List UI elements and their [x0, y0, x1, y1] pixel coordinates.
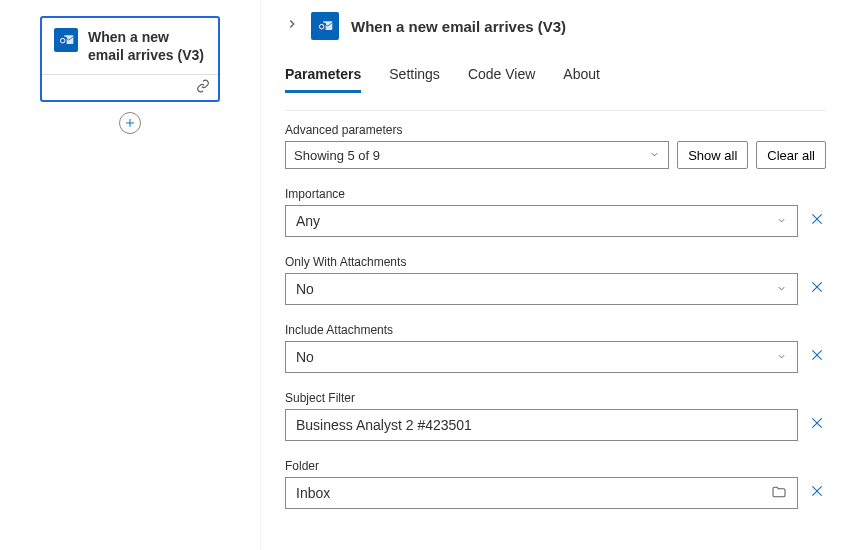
add-step-button[interactable] [119, 112, 141, 134]
clear-all-button[interactable]: Clear all [756, 141, 826, 169]
collapse-chevron-icon[interactable] [285, 17, 299, 35]
show-all-button[interactable]: Show all [677, 141, 748, 169]
subject-filter-input-wrapper [285, 409, 798, 441]
link-icon[interactable] [196, 79, 210, 96]
workflow-canvas: When a new email arrives (V3) [0, 0, 260, 550]
include-attachments-value: No [296, 349, 314, 365]
importance-value: Any [296, 213, 320, 229]
chevron-down-icon [649, 149, 660, 162]
advanced-parameters-label: Advanced parameters [285, 123, 826, 137]
only-attachments-dropdown[interactable]: No [285, 273, 798, 305]
tab-settings[interactable]: Settings [389, 58, 440, 93]
tab-about[interactable]: About [563, 58, 600, 93]
chevron-down-icon [776, 283, 787, 296]
folder-picker[interactable]: Inbox [285, 477, 798, 509]
only-attachments-label: Only With Attachments [285, 255, 826, 269]
folder-icon [771, 484, 787, 503]
svg-rect-6 [318, 23, 326, 31]
svg-rect-1 [59, 37, 67, 45]
advanced-parameters-summary: Showing 5 of 9 [294, 148, 380, 163]
subject-filter-input[interactable] [296, 417, 787, 433]
folder-label: Folder [285, 459, 826, 473]
tab-parameters[interactable]: Parameters [285, 58, 361, 93]
include-attachments-label: Include Attachments [285, 323, 826, 337]
tab-codeview[interactable]: Code View [468, 58, 535, 93]
importance-label: Importance [285, 187, 826, 201]
remove-only-attachments-button[interactable] [808, 279, 826, 300]
importance-dropdown[interactable]: Any [285, 205, 798, 237]
chevron-down-icon [776, 215, 787, 228]
trigger-title: When a new email arrives (V3) [88, 28, 206, 64]
tab-bar: Parameters Settings Code View About [285, 58, 826, 94]
folder-value: Inbox [296, 485, 330, 501]
chevron-down-icon [776, 351, 787, 364]
details-panel: When a new email arrives (V3) Parameters… [260, 0, 850, 550]
include-attachments-dropdown[interactable]: No [285, 341, 798, 373]
remove-folder-button[interactable] [808, 483, 826, 504]
subject-filter-label: Subject Filter [285, 391, 826, 405]
advanced-parameters-dropdown[interactable]: Showing 5 of 9 [285, 141, 669, 169]
remove-importance-button[interactable] [808, 211, 826, 232]
outlook-icon [54, 28, 78, 52]
remove-subject-filter-button[interactable] [808, 415, 826, 436]
trigger-card[interactable]: When a new email arrives (V3) [40, 16, 220, 102]
outlook-icon [311, 12, 339, 40]
remove-include-attachments-button[interactable] [808, 347, 826, 368]
only-attachments-value: No [296, 281, 314, 297]
panel-title: When a new email arrives (V3) [351, 18, 566, 35]
